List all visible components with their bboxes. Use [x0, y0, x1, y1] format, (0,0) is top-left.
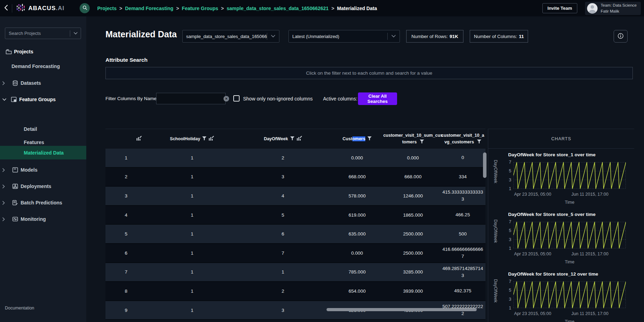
table-cell: 1	[147, 193, 237, 199]
table-cell: 3	[237, 308, 328, 313]
table-cell: 1	[147, 269, 237, 275]
sidebar-project-name[interactable]: Demand Forecasting	[12, 62, 60, 71]
breadcrumb-item[interactable]: Demand Forecasting	[125, 6, 173, 11]
clear-input-icon[interactable]: ✕	[224, 96, 229, 102]
table-header-cell	[105, 129, 147, 149]
table-cell: 2	[237, 289, 328, 294]
chart-card-store-5: DayOfWeek for Store store_5 over time Da…	[488, 210, 634, 269]
chart-plot[interactable]	[513, 160, 626, 191]
sidebar-item-batch-predictions[interactable]: Batch Predictions	[0, 198, 62, 207]
sidebar-item-datasets[interactable]: Datasets	[0, 78, 41, 88]
y-tick-label: 3	[509, 297, 511, 302]
table-cell: 2500.000	[386, 231, 440, 237]
table-cell: 492.375	[440, 287, 485, 294]
chart-x-ticks: Apr 23 2015, 05:00Jun 11 2015, 17:00	[513, 192, 626, 197]
chart-x-axis-label: Time	[513, 200, 626, 205]
topbar-right: Invite Team Team: Data Science Fatir Mal…	[542, 2, 644, 15]
feature-group-dropdown[interactable]: sample_data_store_sales_data_1650662...	[182, 30, 279, 43]
clear-all-searches-button[interactable]: Clear All Searches	[358, 92, 397, 105]
chevron-down-icon	[0, 98, 8, 101]
chart-y-axis-label: DayOfWeek	[493, 160, 498, 190]
database-icon	[12, 80, 21, 86]
chart-title: DayOfWeek for Store store_1 over time	[508, 152, 595, 157]
y-tick-label: 5	[509, 168, 511, 174]
chevron-left-icon	[4, 5, 8, 12]
filter-icon[interactable]	[477, 139, 481, 145]
filter-icon[interactable]	[290, 136, 294, 141]
table-cell: 4	[105, 212, 147, 218]
table-cell: 1	[105, 155, 147, 160]
search-icon	[82, 5, 87, 12]
chart-plot[interactable]	[513, 279, 626, 310]
invite-team-button[interactable]: Invite Team	[542, 3, 578, 13]
table-cell: 3939.000	[386, 289, 440, 294]
vertical-scrollbar[interactable]	[483, 152, 486, 178]
sidebar-item-feature-groups[interactable]: Feature Groups	[0, 95, 56, 104]
filter-icon[interactable]	[420, 139, 424, 145]
non-ignored-columns-checkbox[interactable]	[233, 95, 240, 102]
monitoring-icon	[12, 216, 21, 222]
table-cell: 1	[147, 212, 237, 218]
table-cell: 334	[440, 173, 485, 180]
abacus-logo[interactable]: ABACUS.AI	[16, 3, 64, 14]
table-cell: 1	[237, 269, 328, 275]
chart-y-ticks: 1357	[504, 219, 511, 251]
sidebar-item-features[interactable]: Features	[24, 138, 44, 147]
documentation-link[interactable]: Documentation	[5, 306, 34, 310]
horizontal-scrollbar[interactable]	[327, 308, 477, 311]
attribute-search-input[interactable]	[105, 67, 633, 79]
breadcrumb-separator: >	[331, 6, 334, 11]
table-row: 213668.000668.000334	[105, 168, 485, 187]
breadcrumb-item: Materialized Data	[337, 6, 377, 11]
chevron-right-icon	[0, 168, 8, 172]
add-chart-icon[interactable]	[208, 136, 214, 142]
y-tick-label: 7	[509, 159, 511, 165]
table-row: 1120.0000.0000	[105, 149, 485, 168]
y-tick-label: 3	[509, 177, 511, 183]
breadcrumb-item[interactable]: Feature Groups	[182, 6, 218, 11]
user-menu[interactable]: Team: Data Science Fatir Malik	[585, 2, 641, 15]
sidebar-item-deployments[interactable]: Deployments	[0, 182, 51, 191]
breadcrumb-separator: >	[119, 6, 122, 11]
sidebar: Search Projects Projects Demand Forecast…	[0, 16, 86, 322]
table-row: 415619.0001865.000466.25	[105, 206, 485, 225]
table-cell: 415.3333333333333	[440, 189, 485, 203]
table-cell: 578.000	[328, 193, 386, 199]
search-projects-select[interactable]: Search Projects	[5, 28, 81, 39]
sidebar-item-detail[interactable]: Detail	[24, 125, 37, 133]
breadcrumb-item[interactable]: sample_data_store_sales_data_1650662621	[227, 6, 329, 11]
table-cell: 1	[147, 250, 237, 256]
table-cell: 668.000	[328, 174, 386, 179]
filter-icon[interactable]	[202, 136, 206, 141]
top-bar: ABACUS.AI Projects>Demand Forecasting>Fe…	[0, 0, 644, 16]
chevron-right-icon	[0, 201, 8, 205]
filter-columns-label: Filter Columns By Name:	[105, 93, 158, 104]
table-cell: 466.25	[440, 211, 485, 218]
filter-columns-input-wrap: ✕	[156, 93, 226, 104]
chevron-right-icon	[0, 81, 8, 85]
sidebar-item-materialized-data[interactable]: Materialized Data	[0, 146, 86, 159]
filter-columns-input[interactable]	[156, 96, 224, 101]
add-chart-icon[interactable]	[136, 136, 142, 142]
global-search-button[interactable]	[80, 3, 90, 13]
app-root: ABACUS.AI Projects>Demand Forecasting>Fe…	[0, 0, 644, 322]
breadcrumb-item[interactable]: Projects	[97, 6, 116, 11]
table-cell: 0	[440, 154, 485, 161]
chart-plot[interactable]	[513, 219, 626, 251]
version-dropdown[interactable]: Latest (Unmaterialized)	[288, 30, 400, 43]
filter-icon[interactable]	[367, 136, 372, 141]
info-button[interactable]	[614, 30, 628, 43]
chart-y-ticks: 1357	[504, 279, 511, 310]
add-chart-icon[interactable]	[297, 136, 302, 142]
chevron-down-icon	[267, 35, 279, 38]
table-cell: 2	[237, 155, 328, 160]
table-row: 516635.0002500.000500	[105, 225, 485, 244]
sidebar-item-monitoring[interactable]: Monitoring	[0, 215, 46, 224]
page-title: Materialized Data	[105, 29, 177, 39]
chevron-down-icon	[388, 35, 400, 38]
deployments-icon	[12, 184, 21, 189]
back-button[interactable]	[0, 0, 12, 16]
sidebar-item-models[interactable]: Models	[0, 165, 37, 174]
sidebar-item-projects[interactable]: Projects	[6, 47, 33, 56]
table-cell: 1246.000	[386, 193, 440, 199]
